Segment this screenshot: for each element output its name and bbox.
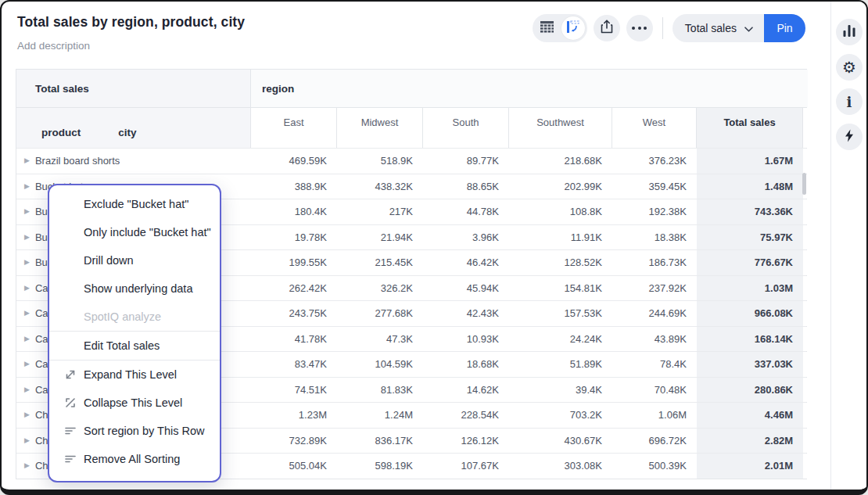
value-cell[interactable]: 696.72K <box>612 429 697 454</box>
row-total-cell[interactable]: 1.67M <box>697 149 803 174</box>
value-cell[interactable]: 81.83K <box>337 378 423 403</box>
row-total-cell[interactable]: 2.82M <box>697 429 803 454</box>
row-total-cell[interactable]: 4.46M <box>697 403 803 428</box>
value-cell[interactable]: 218.68K <box>509 149 612 174</box>
menu-item[interactable]: Expand This Level <box>49 360 220 389</box>
measure-corner-cell[interactable]: Total sales <box>16 70 251 107</box>
table-view-button[interactable] <box>535 16 560 40</box>
column-header-east[interactable]: East <box>251 108 337 148</box>
value-cell[interactable]: 388.9K <box>251 174 337 199</box>
expand-row-icon[interactable]: ▶ <box>24 259 30 266</box>
value-cell[interactable]: 186.73K <box>612 250 697 275</box>
value-cell[interactable]: 438.32K <box>337 174 423 199</box>
value-cell[interactable]: 732.89K <box>251 429 337 454</box>
menu-item[interactable]: Exclude "Bucket hat" <box>49 190 220 218</box>
value-cell[interactable]: 326.2K <box>337 276 423 301</box>
value-cell[interactable]: 104.59K <box>337 352 423 377</box>
value-cell[interactable]: 500.39K <box>612 454 697 479</box>
row-total-cell[interactable]: 75.97K <box>697 225 803 250</box>
value-cell[interactable]: 88.65K <box>423 174 509 199</box>
value-cell[interactable]: 3.96K <box>423 225 509 250</box>
expand-row-icon[interactable]: ▶ <box>24 310 30 317</box>
share-button[interactable] <box>594 15 620 41</box>
value-cell[interactable]: 237.92K <box>612 276 697 301</box>
row-total-cell[interactable]: 743.36K <box>697 199 803 224</box>
value-cell[interactable]: 18.38K <box>612 225 697 250</box>
value-cell[interactable]: 45.94K <box>423 276 509 301</box>
expand-row-icon[interactable]: ▶ <box>24 411 30 418</box>
expand-row-icon[interactable]: ▶ <box>24 360 30 368</box>
measure-dropdown[interactable]: Total sales <box>673 14 764 42</box>
pivot-view-button[interactable] <box>561 16 585 40</box>
row-total-cell[interactable]: 337.03K <box>697 352 803 377</box>
column-group-header[interactable]: region <box>251 70 808 107</box>
value-cell[interactable]: 1.06M <box>612 403 697 428</box>
menu-item[interactable]: Only include "Bucket hat" <box>49 218 220 246</box>
column-header-total[interactable]: Total sales <box>697 108 803 148</box>
more-options-button[interactable] <box>626 15 653 41</box>
expand-row-icon[interactable]: ▶ <box>24 157 30 164</box>
value-cell[interactable]: 89.77K <box>423 149 509 174</box>
expand-row-icon[interactable]: ▶ <box>24 462 30 469</box>
row-total-cell[interactable]: 2.01M <box>697 454 803 479</box>
menu-item[interactable]: Collapse This Level <box>49 389 220 417</box>
value-cell[interactable]: 51.89K <box>509 352 612 377</box>
value-cell[interactable]: 21.94K <box>337 225 423 250</box>
row-total-cell[interactable]: 1.48M <box>697 174 803 199</box>
value-cell[interactable]: 128.52K <box>509 250 612 275</box>
value-cell[interactable]: 19.78K <box>251 225 337 250</box>
value-cell[interactable]: 41.78K <box>251 327 337 352</box>
value-cell[interactable]: 1.23M <box>251 403 337 428</box>
expand-row-icon[interactable]: ▶ <box>24 335 30 343</box>
menu-item[interactable]: Edit Total sales <box>49 332 220 360</box>
row-total-cell[interactable]: 966.08K <box>697 301 803 326</box>
value-cell[interactable]: 215.45K <box>337 250 423 275</box>
value-cell[interactable]: 518.9K <box>337 149 423 174</box>
value-cell[interactable]: 1.24M <box>337 403 423 428</box>
column-header-southwest[interactable]: Southwest <box>509 108 612 148</box>
add-description-link[interactable]: Add description <box>17 40 90 52</box>
dimension-city-header[interactable]: city <box>118 127 136 138</box>
value-cell[interactable]: 14.62K <box>423 378 509 403</box>
menu-item[interactable]: Drill down <box>49 246 220 274</box>
spotiq-insights-button[interactable] <box>836 124 863 150</box>
value-cell[interactable]: 430.67K <box>509 429 612 454</box>
value-cell[interactable]: 359.45K <box>612 174 697 199</box>
dimension-product-header[interactable]: product <box>41 127 81 138</box>
value-cell[interactable]: 11.91K <box>509 225 612 250</box>
value-cell[interactable]: 262.42K <box>251 276 337 301</box>
value-cell[interactable]: 107.67K <box>423 454 509 479</box>
value-cell[interactable]: 836.17K <box>337 429 423 454</box>
column-header-south[interactable]: South <box>423 108 509 148</box>
value-cell[interactable]: 598.19K <box>337 454 423 479</box>
column-header-west[interactable]: West <box>612 108 697 148</box>
value-cell[interactable]: 44.78K <box>423 199 509 224</box>
value-cell[interactable]: 10.93K <box>423 327 509 352</box>
value-cell[interactable]: 303.08K <box>509 454 612 479</box>
value-cell[interactable]: 703.2K <box>509 403 612 428</box>
value-cell[interactable]: 83.47K <box>251 352 337 377</box>
value-cell[interactable]: 157.53K <box>509 301 612 326</box>
chart-panel-button[interactable] <box>836 19 863 45</box>
value-cell[interactable]: 243.75K <box>251 301 337 326</box>
expand-row-icon[interactable]: ▶ <box>24 386 30 393</box>
value-cell[interactable]: 24.24K <box>509 327 612 352</box>
value-cell[interactable]: 180.4K <box>251 199 337 224</box>
vertical-scrollbar-thumb[interactable] <box>802 173 806 195</box>
value-cell[interactable]: 469.59K <box>251 149 337 174</box>
value-cell[interactable]: 199.55K <box>251 250 337 275</box>
value-cell[interactable]: 78.4K <box>612 352 697 377</box>
menu-item[interactable]: Remove All Sorting <box>49 445 220 473</box>
value-cell[interactable]: 192.38K <box>612 199 697 224</box>
value-cell[interactable]: 154.81K <box>509 276 612 301</box>
value-cell[interactable]: 42.43K <box>423 301 509 326</box>
value-cell[interactable]: 43.89K <box>612 327 697 352</box>
expand-row-icon[interactable]: ▶ <box>24 208 30 215</box>
value-cell[interactable]: 277.68K <box>337 301 423 326</box>
info-panel-button[interactable]: i <box>836 88 863 115</box>
expand-row-icon[interactable]: ▶ <box>24 234 30 241</box>
expand-row-icon[interactable]: ▶ <box>24 183 30 190</box>
settings-panel-button[interactable]: ⚙ <box>836 54 863 81</box>
value-cell[interactable]: 108.8K <box>509 199 612 224</box>
menu-item[interactable]: Sort region by This Row <box>49 417 220 445</box>
